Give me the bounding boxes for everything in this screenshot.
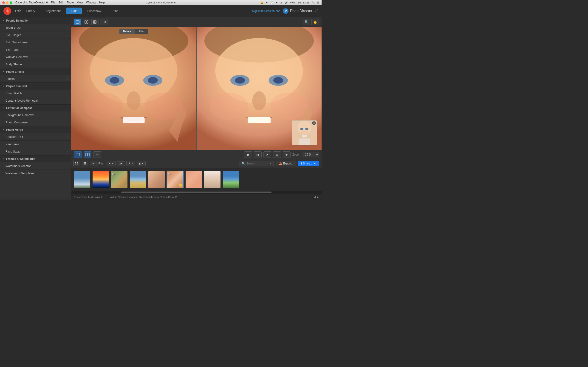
thumbnail-2[interactable]	[92, 171, 109, 188]
close-button[interactable]	[2, 1, 5, 4]
sidebar-item-eye-blinger[interactable]: Eye Blinger ›	[0, 31, 71, 39]
sidebar-item-tooth-brush[interactable]: Tooth Brush ›	[0, 24, 71, 31]
record-btn[interactable]: ⏺	[244, 151, 252, 158]
compare-view-button[interactable]	[83, 19, 90, 25]
section-object-removal[interactable]: ▼ Object Removal	[0, 83, 71, 90]
zoom-select[interactable]: 25 % 50 % 75 % 100 %	[302, 152, 319, 157]
section-photo-effects[interactable]: ▼ Photo Effects	[0, 68, 71, 75]
thumb-rotate-btn[interactable]: ↷	[90, 161, 96, 166]
maximize-button[interactable]	[10, 1, 12, 4]
tab-library[interactable]: Library	[21, 8, 40, 14]
section-arrow: ▼	[3, 158, 5, 160]
sidebar-item-smart-patch[interactable]: Smart Patch ›	[0, 90, 71, 97]
thumbnail-scrollbar[interactable]	[71, 191, 321, 194]
sidebar-item-watermark-templates[interactable]: Watermark Templates ›	[0, 170, 71, 177]
share-button[interactable]: f Share... ▼	[298, 161, 319, 166]
scroll-left-icon[interactable]: ◀	[314, 195, 316, 199]
hand-tool-button[interactable]: ✋	[311, 19, 319, 25]
sidebar-item-skin-smoothener[interactable]: Skin Smoothener ›	[0, 39, 71, 46]
section-label: Object Removal	[6, 85, 27, 88]
floating-thumb-close[interactable]: ✕	[312, 121, 316, 125]
minimize-button[interactable]	[6, 1, 9, 4]
scroll-right-icon[interactable]: ▶	[317, 195, 319, 199]
thumbnail-3[interactable]: ✏	[111, 171, 128, 188]
thumb-grid-btn[interactable]	[73, 161, 80, 166]
thumbnail-9[interactable]	[222, 171, 240, 188]
dual-circle-btn[interactable]: ◑	[254, 151, 262, 158]
single-view-button[interactable]	[74, 19, 81, 25]
menu-help[interactable]: Help	[99, 1, 105, 4]
thumbnail-5[interactable]	[148, 171, 165, 188]
section-photo-merge[interactable]: ▼ Photo Merge	[0, 126, 71, 133]
filter-star-btn[interactable]: ★▼	[107, 161, 115, 166]
thumb-list-btn[interactable]: ☰	[82, 161, 88, 166]
traffic-lights[interactable]	[2, 1, 12, 4]
app-toolbar: ↩ ⚙ Library Adjustment Edit Slideshow Pr…	[0, 5, 321, 17]
search-clear-icon[interactable]: ✕	[269, 162, 272, 165]
thumbnail-4[interactable]	[129, 171, 147, 188]
search-view-button[interactable]: 🔍	[303, 19, 310, 25]
section-extract-compose[interactable]: ▼ Extract or Compose	[0, 104, 71, 111]
thumbnail-7[interactable]	[185, 171, 202, 188]
sidebar-item-panorama[interactable]: Panorama ›	[0, 141, 71, 148]
menu-edit[interactable]: Edit	[59, 1, 63, 4]
menu-app[interactable]: CyberLink PhotoDirector 6	[15, 1, 48, 4]
section-people-beautifier[interactable]: ▼ People Beautifier	[0, 17, 71, 24]
chevron-icon: ›	[67, 143, 68, 146]
canvas-right-tools: ⏺ ◑ ☀ ⚖ ⊕ Zoom: 25 % 50 % 75 % 100 %	[244, 151, 319, 158]
full-image-btn[interactable]	[74, 151, 82, 158]
menu-photo[interactable]: Photo	[67, 1, 74, 4]
sidebar-item-body-shaper[interactable]: Body Shaper ›	[0, 61, 71, 68]
sidebar-item-wrinkle-remover[interactable]: Wrinkle Remover ›	[0, 53, 71, 61]
thumbnail-1[interactable]	[73, 171, 91, 188]
sidebar-item-bracket-hdr[interactable]: Bracket HDR ›	[0, 133, 71, 141]
search-menu-icon[interactable]: 🔍	[311, 1, 315, 4]
sidebar-item-content-aware[interactable]: Content Aware Removal ›	[0, 97, 71, 104]
sidebar-item-effects[interactable]: Effects ›	[0, 75, 71, 83]
menu-file[interactable]: File	[51, 1, 55, 4]
before-after-labels: Before After	[120, 29, 148, 34]
svg-point-29	[273, 77, 283, 84]
grid-view-button[interactable]	[91, 19, 99, 25]
sidebar-item-face-swap[interactable]: Face Swap ›	[0, 148, 71, 155]
expand-button[interactable]: ⛶	[315, 9, 318, 13]
svg-rect-42	[86, 153, 87, 156]
sidebar-item-photo-composer[interactable]: Photo Composer ›	[0, 119, 71, 126]
search-input[interactable]	[246, 162, 269, 165]
before-label-btn[interactable]: Before	[120, 29, 135, 34]
svg-rect-8	[95, 22, 96, 23]
export-button[interactable]: 📤 Export...	[276, 161, 296, 166]
menu-window[interactable]: Window	[86, 1, 96, 4]
sliders-btn[interactable]: ⚖	[273, 151, 281, 158]
tab-slideshow[interactable]: Slideshow	[82, 8, 106, 14]
main-content: 🔍 ✋	[71, 17, 321, 200]
thumbnail-8[interactable]	[204, 171, 221, 188]
split-view-btn[interactable]	[84, 151, 91, 158]
tab-adjustment[interactable]: Adjustment	[41, 8, 66, 14]
before-image	[71, 27, 196, 150]
filter-flag-btn[interactable]: ⚑▼	[126, 161, 135, 166]
menu-view[interactable]: View	[77, 1, 83, 4]
sidebar-item-skin-tone[interactable]: Skin Tone ›	[0, 46, 71, 53]
settings-button[interactable]: ⚙	[18, 9, 21, 13]
filmstrip-button[interactable]	[100, 19, 107, 25]
menu-icon[interactable]: ☰	[317, 1, 319, 4]
sidebar-item-watermark-creator[interactable]: Watermark Creator ›	[0, 162, 71, 170]
thumbnail-6-selected[interactable]: ✏	[166, 171, 184, 188]
undo-button[interactable]: ↩	[15, 9, 18, 13]
sidebar-item-background-removal[interactable]: Background Removal ›	[0, 111, 71, 119]
photo-split-view: Before After	[71, 27, 321, 150]
filter-color-btn[interactable]: □▼	[117, 161, 125, 166]
tab-print[interactable]: Print	[106, 8, 123, 14]
section-arrow: ▼	[3, 71, 5, 73]
sign-in-link[interactable]: Sign in to DirectorZone	[252, 9, 280, 13]
section-frames-watermarks[interactable]: ▼ Frames & Watermarks	[0, 155, 71, 162]
tab-edit[interactable]: Edit	[66, 8, 82, 14]
filter-type-btn[interactable]: ◧▼	[137, 161, 146, 166]
after-label-btn[interactable]: After	[135, 29, 148, 34]
brightness-btn[interactable]: ☀	[263, 151, 271, 158]
more-btn[interactable]: ⊕	[283, 151, 291, 158]
scrollbar-thumb[interactable]	[121, 192, 271, 193]
svg-rect-3	[85, 21, 86, 23]
rotate-btn[interactable]: ↷	[93, 151, 101, 158]
